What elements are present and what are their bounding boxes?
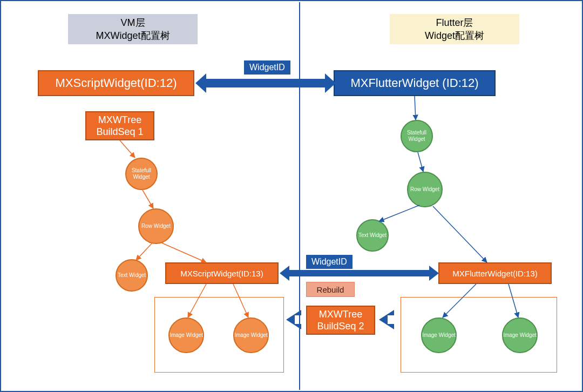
fl-image-widget-1: Image Widget — [421, 317, 457, 353]
diagram-canvas: VM层 MXWidget配置树 Flutter层 Widget配置树 MXScr… — [0, 0, 583, 392]
node-rebuild: Rebuild — [306, 282, 355, 297]
svg-line-6 — [136, 243, 152, 260]
node-label-l1: MXWTree — [319, 308, 362, 320]
node-label: MXFlutterWidget(ID:13) — [452, 269, 538, 278]
node-label-l2: BuildSeq 2 — [317, 320, 364, 332]
node-label: Rebuild — [317, 285, 344, 294]
vm-stateful-widget: Statefull Widget — [125, 158, 158, 190]
circ-label: Image Widget — [170, 332, 203, 339]
fl-image-widget-2: Image Widget — [502, 317, 538, 353]
circ-label: Text Widget — [118, 272, 146, 279]
svg-marker-1 — [280, 266, 439, 281]
svg-line-11 — [418, 152, 423, 172]
svg-marker-0 — [195, 73, 336, 93]
node-label: MXScriptWidget(ID:12) — [56, 76, 177, 90]
vm-image-widget-2: Image Widget — [233, 317, 269, 353]
svg-line-10 — [415, 96, 416, 120]
fl-text-widget: Text Widget — [356, 219, 389, 252]
circ-label: Text Widget — [358, 232, 387, 239]
svg-marker-3 — [379, 310, 394, 329]
fl-row-widget: Row Widget — [407, 172, 443, 207]
circ-label: Image Widget — [422, 332, 456, 339]
panel-title-vm-line1: VM层 — [68, 16, 198, 29]
node-label: MXScriptWidget(ID:13) — [180, 269, 263, 278]
node-mxflutterwidget-12: MXFlutterWidget (ID:12) — [334, 70, 496, 96]
label-widgetid-mid: WidgetID — [306, 255, 352, 269]
svg-line-7 — [162, 243, 206, 262]
node-mxwtree-buildseq-2: MXWTree BuildSeq 2 — [306, 306, 375, 335]
panel-title-vm: VM层 MXWidget配置树 — [68, 14, 198, 44]
svg-line-5 — [143, 190, 153, 208]
node-label-l2: BuildSeq 1 — [96, 126, 143, 138]
fl-stateful-widget: Statefull Widget — [401, 120, 433, 152]
circ-label: Row Widget — [410, 186, 439, 193]
circ-label: Image Widget — [234, 332, 268, 339]
circ-label: Statefull Widget — [126, 167, 157, 180]
circ-label: Image Widget — [503, 332, 537, 339]
circ-label: Statefull Widget — [402, 130, 432, 143]
panel-title-flutter-line2: Widget配置树 — [390, 29, 519, 42]
svg-line-13 — [433, 206, 487, 262]
vm-image-widget-1: Image Widget — [168, 317, 204, 353]
node-mxscriptwidget-13: MXScriptWidget(ID:13) — [165, 262, 279, 284]
vm-text-widget: Text Widget — [116, 259, 148, 292]
label-widgetid-top: WidgetID — [244, 60, 290, 75]
circ-label: Row Widget — [141, 223, 171, 229]
node-mxwtree-buildseq-1: MXWTree BuildSeq 1 — [85, 111, 154, 140]
panel-title-vm-line2: MXWidget配置树 — [68, 29, 198, 42]
vm-row-widget: Row Widget — [138, 208, 174, 244]
node-label-l1: MXWTree — [98, 114, 141, 126]
node-mxflutterwidget-13: MXFlutterWidget(ID:13) — [438, 262, 552, 284]
panel-divider — [299, 2, 300, 390]
node-label: MXFlutterWidget (ID:12) — [350, 76, 478, 90]
node-mxscriptwidget-12: MXScriptWidget(ID:12) — [38, 70, 194, 96]
panel-title-flutter-line1: Flutter层 — [390, 16, 519, 29]
panel-title-flutter: Flutter层 Widget配置树 — [390, 14, 519, 44]
svg-line-12 — [379, 205, 419, 221]
svg-line-4 — [120, 140, 135, 158]
